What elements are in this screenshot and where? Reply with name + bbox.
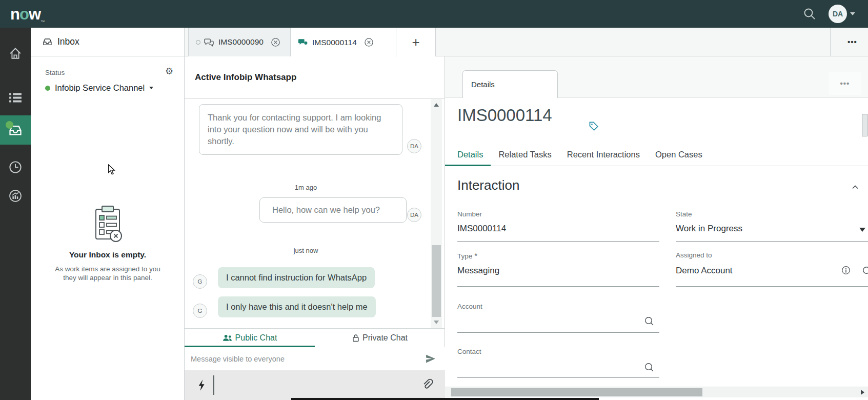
rail-item-lists[interactable]: [0, 83, 31, 112]
more-options-button[interactable]: •••: [829, 72, 861, 95]
reference-lookup-icon[interactable]: [862, 266, 868, 278]
field-label-state: State: [676, 210, 692, 218]
channel-name: Infobip Service Channel: [55, 83, 145, 93]
subtab-details[interactable]: Details: [445, 144, 491, 166]
chat-message-list: Thank you for contacting support. I am l…: [185, 99, 445, 328]
chat-bubbles-icon: [298, 38, 308, 47]
field-value-number: IMS0000114: [457, 224, 506, 234]
add-tab-button[interactable]: +: [396, 28, 436, 56]
rail-item-inbox[interactable]: [0, 115, 31, 145]
chat-panel: Active Infobip Whatsapp Thank you for co…: [185, 56, 445, 400]
chevron-down-icon: [149, 87, 153, 89]
quick-action-icon[interactable]: [197, 379, 206, 393]
more-options-button[interactable]: •••: [837, 28, 868, 56]
chat-mode-tabs: Public Chat Private Chat: [185, 328, 445, 347]
clock-icon: [8, 160, 23, 174]
inbox-panel-header: Inbox: [31, 28, 185, 56]
record-details-panel: Details ••• IMS0000114 Details Related T…: [445, 56, 868, 400]
tag-icon[interactable]: [589, 121, 599, 133]
list-icon: [8, 90, 23, 105]
rail-item-home[interactable]: [0, 39, 31, 68]
chart-icon: [8, 189, 23, 203]
tab-ims0000090[interactable]: IMS0000090: [188, 28, 291, 56]
tab-public-chat[interactable]: Public Chat: [185, 329, 315, 347]
vertical-scrollbar-thumb[interactable]: [862, 114, 867, 136]
presence-ring-icon: [196, 40, 200, 45]
horizontal-scrollbar[interactable]: [445, 387, 868, 397]
info-icon[interactable]: [841, 266, 851, 277]
inbox-title: Inbox: [57, 36, 79, 47]
top-header: now™ DA: [0, 0, 868, 28]
chat-composer: [185, 347, 445, 370]
empty-inbox-title: Your Inbox is empty.: [31, 250, 185, 259]
chat-message: I cannot find instruction for WhatsApp: [218, 267, 375, 288]
close-icon[interactable]: [364, 37, 374, 47]
scroll-up-icon[interactable]: [434, 103, 439, 107]
scroll-down-icon[interactable]: [434, 321, 439, 324]
field-label-contact: Contact: [457, 348, 481, 355]
bottom-edge-artifact: [291, 398, 599, 400]
close-icon[interactable]: [271, 37, 280, 47]
chat-scrollbar[interactable]: [431, 99, 442, 328]
field-value-assigned-to[interactable]: Demo Account: [676, 266, 733, 276]
scrollbar-thumb[interactable]: [432, 245, 441, 317]
chevron-down-icon: [850, 12, 855, 15]
chat-message: I only have this and it doesn't help me: [218, 296, 376, 317]
status-dot-icon: [45, 86, 50, 91]
subtab-related-tasks[interactable]: Related Tasks: [491, 144, 559, 166]
divider: [830, 28, 831, 56]
inbox-icon: [42, 37, 53, 47]
composer-toolbar: [185, 370, 445, 400]
channel-selector[interactable]: Infobip Service Channel: [45, 83, 153, 93]
empty-inbox-text: As work items are assigned to you they w…: [31, 265, 185, 282]
tab-label: IMS0000114: [312, 38, 357, 47]
gear-icon[interactable]: ⚙: [165, 66, 173, 77]
user-menu[interactable]: DA: [829, 5, 855, 23]
chat-bubbles-icon: [204, 38, 214, 47]
agent-avatar: DA: [407, 208, 421, 222]
subtab-recent-interactions[interactable]: Recent Interactions: [559, 144, 648, 166]
search-icon[interactable]: [803, 7, 816, 21]
tab-private-chat[interactable]: Private Chat: [315, 329, 445, 347]
people-icon: [223, 334, 232, 342]
left-rail: [0, 28, 31, 400]
tab-ims0000114[interactable]: IMS0000114: [291, 28, 396, 57]
subtab-open-cases[interactable]: Open Cases: [648, 144, 710, 166]
field-label-type: Type*: [457, 251, 477, 260]
presence-badge: [6, 121, 13, 129]
record-subtabs: Details Related Tasks Recent Interaction…: [445, 144, 868, 166]
section-title: Interaction: [457, 177, 519, 193]
field-label-number: Number: [457, 210, 482, 218]
rail-item-performance[interactable]: [0, 182, 31, 210]
field-label-assigned-to: Assigned to: [676, 251, 712, 259]
chat-message: Hello, how can we help you?: [259, 197, 407, 223]
required-asterisk: *: [474, 251, 477, 260]
workspace-tab-strip: IMS0000090 IMS0000114 + •••: [185, 28, 868, 56]
app-window: now™ DA Inbox: [0, 0, 868, 400]
search-lookup-icon[interactable]: [644, 316, 654, 328]
agent-avatar: DA: [407, 139, 421, 153]
field-value-state[interactable]: Work in Progress: [676, 224, 742, 234]
scroll-right-icon[interactable]: [861, 390, 864, 395]
chat-title: Active Infobip Whatsapp: [185, 56, 445, 99]
state-dropdown-caret-icon[interactable]: [859, 228, 865, 232]
attachment-icon[interactable]: [421, 378, 433, 393]
search-lookup-icon[interactable]: [644, 362, 654, 374]
inbox-panel: Status ⚙ Infobip Service Channel: [31, 56, 185, 400]
empty-inbox-illustration: [92, 203, 124, 246]
message-input[interactable]: [191, 355, 416, 363]
details-page-tab[interactable]: Details: [462, 70, 558, 98]
text-cursor: [213, 375, 214, 395]
field-value-type[interactable]: Messaging: [457, 266, 499, 276]
tab-label: IMS0000090: [218, 37, 264, 47]
collapse-section-icon[interactable]: [851, 183, 860, 194]
customer-avatar: G: [193, 304, 207, 318]
mouse-cursor: [108, 164, 115, 177]
home-icon: [8, 46, 23, 61]
field-label-account: Account: [457, 303, 482, 310]
send-icon[interactable]: [425, 353, 436, 366]
lock-icon: [352, 334, 359, 342]
rail-item-history[interactable]: [0, 153, 31, 182]
now-logo[interactable]: now™: [10, 5, 44, 24]
scrollbar-thumb[interactable]: [451, 388, 702, 396]
